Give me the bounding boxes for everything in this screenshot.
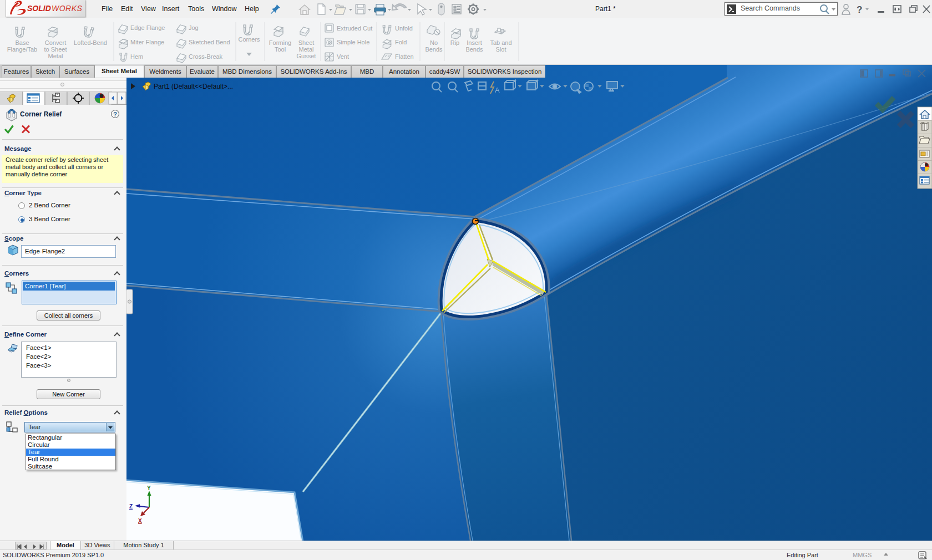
svg-text:?: ? — [857, 4, 862, 15]
svg-text:SOLID: SOLID — [27, 4, 51, 13]
svg-text:WORKS: WORKS — [52, 4, 83, 13]
svg-text:Part1 (Default<<Default>...: Part1 (Default<<Default>... — [154, 83, 233, 90]
svg-text:Z: Z — [129, 503, 133, 510]
svg-text:A: A — [495, 86, 500, 94]
svg-text:X: X — [138, 518, 142, 524]
svg-text:Y: Y — [147, 485, 151, 491]
